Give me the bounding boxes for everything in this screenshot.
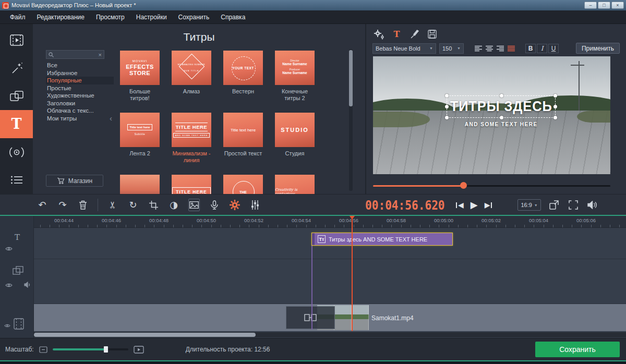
title-track-visibility-icon[interactable] [5,246,13,251]
search-clear-icon[interactable]: × [99,52,102,58]
zoom-slider-track[interactable] [53,348,128,350]
save-preset-button[interactable] [426,28,439,40]
category-item[interactable]: Облачка с текс... [46,107,114,115]
underline-button[interactable]: U [548,44,559,53]
zoom-fit-icon[interactable] [134,346,144,354]
font-size-select[interactable]: 150 ▼ [439,43,464,54]
zoom-slider-handle[interactable] [104,346,108,353]
aspect-ratio-select[interactable]: 16:9 ▼ [517,199,540,211]
title-style-item[interactable]: Title text hereПростой текст [223,113,263,164]
category-item[interactable]: Художественные [46,92,114,100]
clip-settings-button[interactable] [229,199,240,211]
category-item[interactable]: Простые [46,84,114,92]
crop-button[interactable] [148,199,159,211]
video-track-visibility-icon[interactable] [4,323,10,328]
store-button[interactable]: Магазин [46,175,103,187]
tab-filters[interactable] [0,54,33,82]
tab-more-tools[interactable] [0,166,33,194]
tab-transitions[interactable] [0,82,33,110]
minimize-button[interactable]: – [584,2,597,9]
seek-track[interactable] [373,185,610,187]
text-tool-button[interactable]: T [390,28,403,40]
title-clip[interactable]: Тт Титры здесь AND SOME TEXT HERE [311,233,453,246]
font-family-select[interactable]: Bebas Neue Bold ▼ [372,43,436,54]
search-input[interactable]: × [46,50,104,59]
menu-item[interactable]: Настройки [130,11,173,23]
timeline-ruler[interactable]: 00:04:4400:04:4600:04:4800:04:5000:04:52… [34,216,626,228]
detach-preview-button[interactable] [548,199,560,211]
timeline-hscrollbar[interactable] [34,332,626,337]
split-button[interactable]: ✂ [107,199,118,211]
next-frame-button[interactable]: ▶ [485,201,493,209]
collapse-panel-button[interactable]: ‹ [110,114,112,123]
redo-button[interactable]: ↷ [57,199,68,211]
close-button[interactable]: × [611,2,624,9]
align-center-button[interactable] [484,44,494,53]
overlay-subtitle-text[interactable]: AND SOME TEXT HERE [447,122,556,127]
color-picker-button[interactable] [408,28,421,40]
clip-properties-button[interactable] [372,28,386,40]
tab-callouts[interactable] [0,138,33,166]
text-selection-box[interactable]: ТИТРЫ ЗДЕСЬ [447,95,556,118]
apply-button[interactable]: Применить [576,43,620,54]
title-style-item[interactable]: THE [223,175,263,194]
category-item[interactable]: Заголовки [46,100,114,107]
title-style-item[interactable]: TITLE HEREAND SOME TEXT HEREМинимализм -… [172,113,211,164]
image-properties-button[interactable] [188,199,200,211]
menu-item[interactable]: Справка [215,11,251,23]
seek-bar[interactable] [373,182,610,189]
overlay-track-visibility-icon[interactable] [5,283,13,288]
resize-handle[interactable] [445,105,449,108]
zoom-slider[interactable] [53,346,128,353]
resize-handle[interactable] [445,116,449,119]
title-style-item[interactable]: STUDIOСтудия [275,113,315,164]
overlay-track-mute-icon[interactable] [24,282,31,288]
audio-levels-button[interactable] [249,199,261,211]
align-left-button[interactable] [473,44,483,53]
record-voice-button[interactable] [209,199,220,211]
menu-item[interactable]: Редактирование [31,11,90,23]
bold-button[interactable]: B [525,44,536,53]
maximize-button[interactable]: □ [598,2,610,9]
playhead-marker[interactable] [350,216,355,220]
title-style-item[interactable]: Creativity is contagious [275,175,315,194]
tab-media[interactable] [0,26,33,54]
resize-handle[interactable] [553,116,557,119]
category-item[interactable]: Мои титры [46,115,114,123]
tab-titles[interactable]: T [0,110,33,138]
menu-item[interactable]: Файл [4,11,31,23]
title-style-item[interactable]: MY AMAZING SUMMERSUB TITLEАлмаз [172,51,211,102]
save-project-button[interactable]: Сохранить [535,342,620,357]
previous-frame-button[interactable]: ◀ [455,201,464,209]
clip-edge-handle[interactable] [312,233,315,245]
resize-handle[interactable] [445,94,449,98]
titles-scrollbar[interactable] [349,49,353,191]
category-item[interactable]: Все [46,62,114,69]
seek-handle[interactable] [460,182,467,189]
category-item[interactable]: Популярные [46,77,114,84]
overlay-title-text[interactable]: ТИТРЫ ЗДЕСЬ [450,96,552,117]
align-right-button[interactable] [495,44,505,53]
play-button[interactable]: ▶ [471,199,478,211]
title-style-item[interactable] [120,175,160,194]
volume-button[interactable] [586,199,599,211]
video-preview[interactable]: ТИТРЫ ЗДЕСЬ AND SOME TEXT HERE [373,56,610,174]
title-style-item[interactable]: TITLE HERE [172,175,211,194]
color-adjust-button[interactable]: ◑ [168,199,179,211]
transition-clip[interactable] [286,306,335,329]
delete-button[interactable] [77,199,89,211]
title-style-item[interactable]: MOVAVIEFFECTSSTOREБольше титров! [120,51,160,102]
menu-item[interactable]: Сохранить [173,11,215,23]
zoom-out-icon[interactable] [39,346,47,353]
title-style-item[interactable]: YOUR TEXTВестерн [223,51,263,102]
overlay-track[interactable] [34,259,626,304]
timeline-hscrollbar-thumb[interactable] [34,333,256,337]
titles-scrollbar-thumb[interactable] [349,50,353,106]
title-style-item[interactable]: DirectorName SurnameProducerName Surname… [275,51,315,102]
playhead[interactable] [352,216,353,331]
italic-button[interactable]: I [537,44,547,53]
align-justify-button[interactable] [506,44,516,53]
undo-button[interactable]: ↶ [37,199,48,211]
fullscreen-button[interactable] [567,199,580,211]
menu-item[interactable]: Просмотр [90,11,130,23]
